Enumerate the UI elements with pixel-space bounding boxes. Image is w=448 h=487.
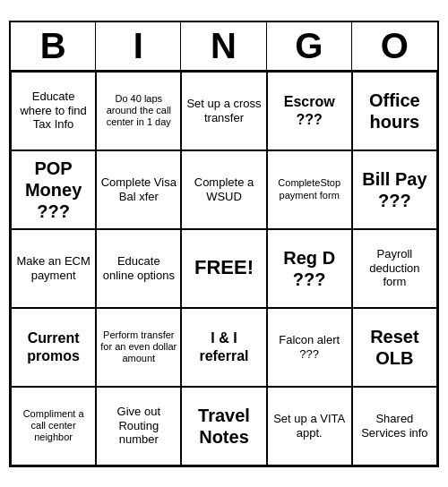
bingo-cell-18: Falcon alert ??? bbox=[267, 308, 352, 387]
bingo-grid: Educate where to find Tax InfoDo 40 laps… bbox=[11, 72, 437, 466]
cell-text-11: Educate online options bbox=[100, 254, 177, 282]
bingo-cell-9: Bill Pay ??? bbox=[352, 150, 437, 229]
bingo-cell-10: Make an ECM payment bbox=[11, 229, 96, 308]
cell-text-7: Complete a WSUD bbox=[185, 175, 262, 203]
cell-text-21: Give out Routing number bbox=[100, 405, 177, 447]
header-letter-b: B bbox=[11, 22, 96, 70]
bingo-cell-20: Compliment a call center neighbor bbox=[11, 387, 96, 466]
header-letter-i: I bbox=[96, 22, 181, 70]
bingo-cell-23: Set up a VITA appt. bbox=[267, 387, 352, 466]
bingo-cell-2: Set up a cross transfer bbox=[181, 72, 266, 150]
cell-text-23: Set up a VITA appt. bbox=[271, 412, 348, 440]
bingo-cell-1: Do 40 laps around the call center in 1 d… bbox=[96, 72, 181, 150]
bingo-cell-13: Reg D ??? bbox=[267, 229, 352, 308]
header-letter-o: O bbox=[352, 22, 437, 70]
cell-text-24: Shared Services info bbox=[357, 412, 433, 440]
cell-text-15: Current promos bbox=[15, 329, 91, 363]
cell-text-12: FREE! bbox=[194, 256, 254, 279]
cell-text-1: Do 40 laps around the call center in 1 d… bbox=[100, 93, 177, 129]
cell-text-0: Educate where to find Tax Info bbox=[15, 90, 91, 132]
cell-text-8: CompleteStop payment form bbox=[271, 177, 348, 201]
cell-text-18: Falcon alert ??? bbox=[271, 333, 348, 361]
bingo-cell-12: FREE! bbox=[181, 229, 266, 308]
cell-text-3: Escrow ??? bbox=[271, 93, 348, 127]
cell-text-4: Office hours bbox=[357, 90, 433, 132]
cell-text-10: Make an ECM payment bbox=[15, 254, 91, 282]
bingo-cell-21: Give out Routing number bbox=[96, 387, 181, 466]
bingo-cell-3: Escrow ??? bbox=[267, 72, 352, 150]
bingo-cell-8: CompleteStop payment form bbox=[267, 150, 352, 229]
cell-text-6: Complete Visa Bal xfer bbox=[100, 175, 177, 203]
cell-text-17: I & I referral bbox=[185, 329, 262, 363]
bingo-cell-24: Shared Services info bbox=[352, 387, 437, 466]
cell-text-22: Travel Notes bbox=[185, 405, 262, 448]
bingo-cell-0: Educate where to find Tax Info bbox=[11, 72, 96, 150]
header-letter-g: G bbox=[267, 22, 352, 70]
bingo-cell-17: I & I referral bbox=[181, 308, 266, 387]
bingo-cell-7: Complete a WSUD bbox=[181, 150, 266, 229]
bingo-cell-19: Reset OLB bbox=[352, 308, 437, 387]
bingo-cell-5: POP Money ??? bbox=[11, 150, 96, 229]
bingo-header: BINGO bbox=[11, 22, 437, 72]
cell-text-13: Reg D ??? bbox=[271, 247, 348, 290]
cell-text-9: Bill Pay ??? bbox=[357, 168, 433, 211]
bingo-cell-15: Current promos bbox=[11, 308, 96, 387]
bingo-cell-6: Complete Visa Bal xfer bbox=[96, 150, 181, 229]
bingo-cell-4: Office hours bbox=[352, 72, 437, 150]
cell-text-16: Perform transfer for an even dollar amou… bbox=[100, 329, 177, 365]
bingo-card: BINGO Educate where to find Tax InfoDo 4… bbox=[9, 21, 439, 467]
bingo-cell-22: Travel Notes bbox=[181, 387, 266, 466]
cell-text-19: Reset OLB bbox=[357, 326, 433, 369]
cell-text-20: Compliment a call center neighbor bbox=[15, 408, 91, 444]
cell-text-14: Payroll deduction form bbox=[357, 247, 433, 289]
bingo-cell-16: Perform transfer for an even dollar amou… bbox=[96, 308, 181, 387]
bingo-cell-14: Payroll deduction form bbox=[352, 229, 437, 308]
bingo-cell-11: Educate online options bbox=[96, 229, 181, 308]
cell-text-5: POP Money ??? bbox=[15, 158, 91, 222]
header-letter-n: N bbox=[181, 22, 266, 70]
cell-text-2: Set up a cross transfer bbox=[185, 97, 262, 124]
